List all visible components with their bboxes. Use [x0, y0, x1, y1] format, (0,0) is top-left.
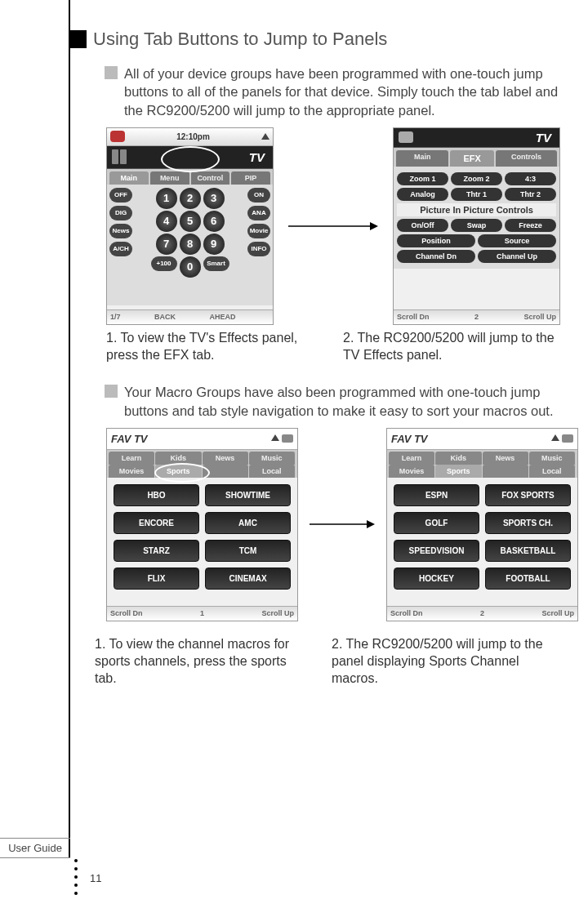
channel-button[interactable]: HBO [114, 484, 199, 506]
fav-header: FAV TV [107, 429, 297, 450]
channel-button[interactable]: AMC [205, 512, 291, 534]
zoom2-button[interactable]: Zoom 2 [451, 172, 502, 185]
tab-efx[interactable]: EFX [450, 150, 494, 167]
home-icon [399, 131, 413, 143]
num-2[interactable]: 2 [180, 188, 201, 209]
tab-music[interactable]: Music [249, 452, 296, 465]
dig-button[interactable]: DIG [109, 206, 132, 220]
scroll-up[interactable]: Scroll Up [541, 609, 574, 617]
source-button[interactable]: Source [478, 234, 556, 247]
efx-panel: Zoom 1 Zoom 2 4:3 Analog Thtr 1 Thtr 2 P… [394, 167, 559, 269]
tab-sports[interactable]: Sports [435, 465, 482, 478]
page-number: 11 [90, 872, 101, 884]
tab-movies[interactable]: Movies [389, 465, 435, 478]
num-9[interactable]: 9 [203, 234, 225, 255]
scroll-up[interactable]: Scroll Up [261, 609, 294, 617]
channel-button[interactable]: BASKETBALL [485, 540, 571, 562]
svg-marker-3 [367, 520, 375, 528]
smart-button[interactable]: Smart [203, 256, 229, 271]
channel-button[interactable]: ENCORE [114, 512, 199, 534]
ana-button[interactable]: ANA [247, 206, 270, 220]
thtr1-button[interactable]: Thtr 1 [451, 188, 502, 201]
channel-up-button[interactable]: Channel Up [478, 250, 556, 263]
scroll-up[interactable]: Scroll Up [523, 313, 556, 321]
footer: 1/7 BACK AHEAD [107, 309, 273, 324]
scroll-dn[interactable]: Scroll Dn [110, 609, 143, 617]
page-content: Using Tab Buttons to Jump to Panels All … [72, 29, 578, 706]
page-num: 2 [474, 313, 479, 321]
tab-local[interactable]: Local [529, 465, 576, 478]
tab-menu[interactable]: Menu [150, 171, 189, 185]
tab-movies[interactable]: Movies [109, 465, 155, 478]
highlight-callout [154, 463, 210, 483]
ach-button[interactable]: A/CH [109, 242, 132, 256]
on-button[interactable]: ON [247, 188, 270, 203]
analog-button[interactable]: Analog [397, 188, 448, 201]
channel-button[interactable]: SPEEDVISION [394, 540, 479, 562]
num-3[interactable]: 3 [203, 188, 225, 209]
swap-button[interactable]: Swap [451, 219, 502, 232]
channel-button[interactable]: ESPN [394, 484, 479, 506]
arrow-up-icon [271, 434, 279, 441]
channel-button[interactable]: HOCKEY [394, 568, 479, 590]
channel-button[interactable]: FOX SPORTS [485, 484, 571, 506]
plus100-button[interactable]: +100 [151, 256, 177, 271]
tab-main[interactable]: Main [109, 171, 149, 185]
num-0[interactable]: 0 [180, 256, 201, 278]
fav-title: FAV TV [391, 433, 428, 445]
caption-1a: 1. To view the TV's Effects panel, press… [106, 330, 310, 364]
channel-button[interactable]: STARZ [114, 540, 199, 562]
tab-control[interactable]: Control [191, 171, 230, 185]
section-heading: Using Tab Buttons to Jump to Panels [93, 29, 387, 50]
svg-marker-1 [370, 222, 378, 230]
onoff-button[interactable]: On/Off [397, 219, 448, 232]
channel-button[interactable]: TCM [205, 540, 291, 562]
tab-controls[interactable]: Controls [496, 150, 557, 167]
tab-music[interactable]: Music [529, 452, 576, 465]
tab-local[interactable]: Local [249, 465, 296, 478]
num-6[interactable]: 6 [203, 211, 225, 232]
heading-bullet [69, 30, 87, 48]
footer: Scroll Dn 1 Scroll Up [107, 606, 297, 621]
channel-button[interactable]: SHOWTIME [205, 484, 291, 506]
num-5[interactable]: 5 [180, 211, 201, 232]
tab-pip[interactable]: PIP [231, 171, 270, 185]
scroll-dn[interactable]: Scroll Dn [397, 313, 430, 321]
tab-blank[interactable] [483, 465, 529, 478]
freeze-button[interactable]: Freeze [505, 219, 556, 232]
channel-button[interactable]: GOLF [394, 512, 479, 534]
device-band: TV [394, 128, 559, 148]
movie-button[interactable]: Movie [247, 224, 270, 238]
num-1[interactable]: 1 [156, 188, 177, 209]
fav-tabs: Learn Kids News Music Movies Sports Loca… [387, 450, 577, 478]
footer: Scroll Dn 2 Scroll Up [387, 606, 577, 621]
tab-main[interactable]: Main [396, 150, 448, 167]
channel-button[interactable]: CINEMAX [205, 568, 291, 590]
tab-news[interactable]: News [203, 452, 249, 465]
aspect43-button[interactable]: 4:3 [505, 172, 556, 185]
channel-button[interactable]: FLIX [114, 568, 199, 590]
scroll-dn[interactable]: Scroll Dn [390, 609, 423, 617]
news-button[interactable]: News [109, 224, 132, 238]
macro-paragraph: Your Macro Groups have also been program… [124, 383, 578, 420]
thtr2-button[interactable]: Thtr 2 [505, 188, 556, 201]
tab-learn[interactable]: Learn [389, 452, 435, 465]
info-button[interactable]: INFO [247, 242, 270, 256]
tab-kids[interactable]: Kids [435, 452, 482, 465]
device-label: TV [413, 131, 555, 145]
position-button[interactable]: Position [397, 234, 475, 247]
off-button[interactable]: OFF [109, 188, 132, 203]
num-8[interactable]: 8 [180, 234, 201, 255]
num-7[interactable]: 7 [156, 234, 177, 255]
back-button[interactable]: BACK [154, 313, 176, 321]
channel-grid: HBO SHOWTIME ENCORE AMC STARZ TCM FLIX C… [107, 478, 297, 596]
channel-button[interactable]: SPORTS CH. [485, 512, 571, 534]
arrow-right-icon [288, 214, 378, 238]
ahead-button[interactable]: AHEAD [209, 313, 235, 321]
zoom1-button[interactable]: Zoom 1 [397, 172, 448, 185]
channel-button[interactable]: FOOTBALL [485, 568, 571, 590]
num-4[interactable]: 4 [156, 211, 177, 232]
tab-learn[interactable]: Learn [109, 452, 155, 465]
channel-dn-button[interactable]: Channel Dn [397, 250, 475, 263]
tab-news[interactable]: News [483, 452, 529, 465]
